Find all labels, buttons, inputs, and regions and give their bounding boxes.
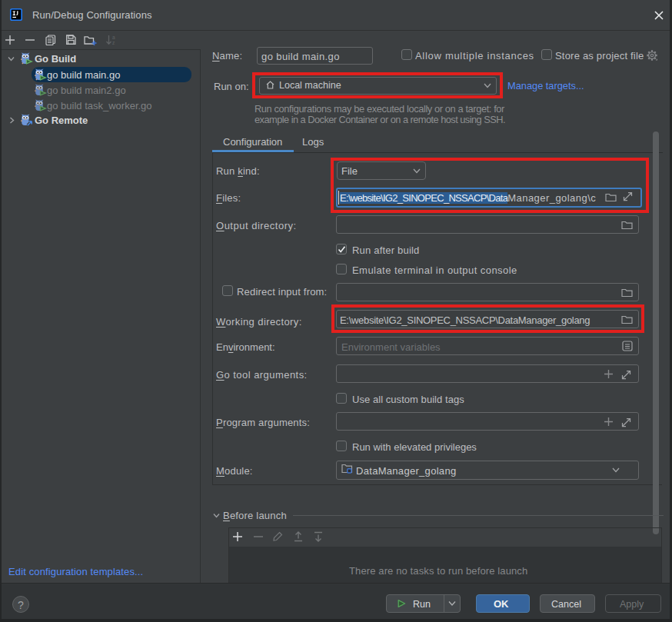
svg-text:z: z: [112, 40, 115, 45]
svg-text:a: a: [112, 35, 115, 40]
